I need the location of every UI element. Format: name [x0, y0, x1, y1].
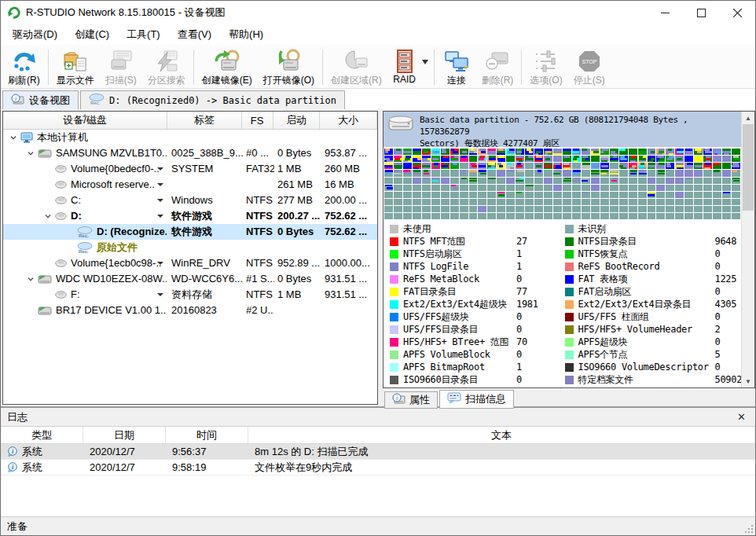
log-column-header-3[interactable]: 文本	[248, 427, 755, 443]
row-dropdown-arrow[interactable]	[157, 167, 163, 171]
log-row-1[interactable]: i系统2020/12/79:58:19文件枚举在9秒内完成	[1, 460, 755, 475]
block-cell	[619, 213, 628, 219]
create-region-button: 创建区域(R)	[325, 46, 387, 88]
tab-device-view[interactable]: i 设备视图	[2, 90, 79, 109]
tree-cell-boot: 0 Bytes	[274, 224, 321, 240]
tree-row-7[interactable]: Rec.原始文件	[3, 240, 377, 255]
scroll-track[interactable]	[742, 211, 754, 375]
block-cell	[629, 163, 637, 169]
tree-column-header-1[interactable]: 标签	[167, 112, 242, 129]
minimize-button[interactable]	[647, 1, 683, 24]
open-image-label: 打开镜像(O)	[263, 74, 314, 87]
log-close-icon[interactable]: ✕	[734, 411, 749, 423]
block-cell	[403, 192, 412, 198]
chevron-down-icon[interactable]	[24, 275, 38, 283]
scan-scrollbar[interactable]: ▲ ▼	[741, 112, 754, 387]
row-dropdown-arrow[interactable]	[157, 215, 163, 218]
log-column-header-2[interactable]: 时间	[166, 427, 248, 443]
tree-column-header-0[interactable]: 设备/磁盘	[3, 112, 167, 129]
block-cell	[394, 192, 402, 198]
legend-count: 0	[516, 349, 522, 360]
tree-row-0[interactable]: 本地计算机	[3, 130, 377, 145]
legend-color-swatch	[390, 351, 398, 359]
tab-properties[interactable]: i 属性	[384, 391, 438, 409]
menu-item-3[interactable]: 查看(V)	[169, 24, 220, 45]
block-cell	[506, 156, 515, 162]
show-files-button[interactable]: 显示文件	[51, 46, 100, 88]
scroll-down-icon[interactable]: ▼	[742, 375, 754, 387]
block-stripe	[639, 160, 646, 163]
legend-color-swatch	[565, 237, 574, 246]
open-image-button[interactable]: 打开镜像(O)	[258, 46, 320, 88]
legend-label: APFS BitmapRoot	[403, 362, 512, 373]
block-cell	[441, 149, 450, 155]
tree-row-2[interactable]: Volume{0bedecf0-..SYSTEMFAT321 MB260 MB	[3, 161, 377, 177]
tree-row-4[interactable]: C:WindowsNTFS277 MB200.00 ...	[3, 193, 377, 208]
block-cell	[638, 192, 647, 198]
tree-row-8[interactable]: Volume{1ecb0c98-..WinRE_DRVNTFS952.89 ..…	[3, 255, 377, 271]
log-column-header-1[interactable]: 日期	[83, 427, 166, 443]
legend-label: ReFS BootRecord	[578, 261, 710, 272]
connect-button[interactable]: 连接	[437, 46, 476, 88]
block-cell	[638, 149, 647, 155]
block-cell	[553, 206, 562, 212]
log-row-0[interactable]: i系统2020/12/79:56:378m 12s 的 D: 扫描已完成	[1, 444, 755, 460]
block-stripe	[422, 160, 430, 163]
legend-label: NTFS恢复点	[578, 248, 710, 261]
menu-item-2[interactable]: 工具(T)	[118, 24, 169, 45]
block-stripe	[480, 173, 486, 175]
tree-row-11[interactable]: BR17 DEVICE V1.00 1....20160823#2 U...	[3, 303, 377, 318]
block-stripe	[385, 151, 389, 153]
row-dropdown-arrow[interactable]	[157, 183, 163, 186]
chevron-down-icon[interactable]	[24, 149, 38, 157]
tree-cell-fs: NTFS	[243, 224, 274, 240]
tree-column-header-2[interactable]: FS	[242, 112, 273, 129]
block-cell	[582, 163, 590, 169]
raid-dropdown-arrow[interactable]	[422, 46, 431, 88]
block-stripe	[423, 167, 427, 170]
chevron-down-icon[interactable]	[6, 134, 20, 141]
block-cell	[516, 213, 524, 219]
log-cell-date: 2020/12/7	[83, 446, 166, 457]
block-cell	[732, 185, 740, 191]
tree-row-5[interactable]: D:软件游戏NTFS200.27 ...752.62 ...	[3, 208, 377, 224]
tree-row-6[interactable]: Rec.D: (Recognize...软件游戏NTFS0 Bytes752.6…	[3, 224, 377, 240]
block-stripe	[395, 167, 402, 170]
toolbar-separator	[434, 50, 435, 85]
rec-icon: Rec.	[77, 226, 93, 238]
svg-text:Rec.: Rec.	[79, 249, 89, 254]
device-name: 原始文件	[97, 240, 138, 255]
tab-recognized-partition[interactable]: Rec. D: (Recognized0) -> Basic data part…	[80, 90, 345, 109]
menu-item-1[interactable]: 创建(C)	[66, 24, 118, 45]
log-title: 日志	[7, 410, 28, 424]
refresh-button[interactable]: 刷新(R)	[2, 46, 46, 88]
block-cell	[713, 185, 721, 191]
block-cell	[544, 156, 552, 162]
block-cell	[666, 199, 674, 205]
tree-row-9[interactable]: WDC WD10EZEX-08W...WD-WCC6Y6...#1 S...0 …	[3, 271, 377, 287]
tree-row-10[interactable]: F:资料存储NTFS1 MB931.51 ...	[3, 287, 377, 303]
tree-row-1[interactable]: SAMSUNG MZVLB1T0...0025_388B_9...#0 ...0…	[3, 145, 377, 161]
tree-column-header-4[interactable]: 大小	[320, 112, 377, 129]
create-image-button[interactable]: 创建镜像(E)	[196, 46, 258, 88]
raid-button[interactable]: RAID	[387, 46, 422, 88]
close-button[interactable]	[719, 1, 755, 24]
row-dropdown-arrow[interactable]	[157, 293, 163, 296]
tab-scan-information[interactable]: 扫描信息	[439, 390, 514, 409]
menu-item-4[interactable]: 帮助(H)	[220, 24, 272, 45]
resize-grip[interactable]	[743, 523, 753, 533]
log-rows: i系统2020/12/79:56:378m 12s 的 D: 扫描已完成i系统2…	[1, 444, 755, 475]
menu-item-0[interactable]: 驱动器(D)	[4, 24, 66, 45]
tree-row-3[interactable]: Microsoft reserve..261 MB16 MB	[3, 177, 377, 193]
tree-column-header-3[interactable]: 启动	[273, 112, 321, 129]
maximize-button[interactable]	[683, 1, 719, 24]
legend-count: 0	[516, 274, 522, 285]
scroll-up-icon[interactable]: ▲	[742, 112, 754, 124]
tree-cell-size: 931.51 ...	[321, 271, 378, 287]
scroll-thumb[interactable]	[743, 124, 754, 211]
log-column-header-0[interactable]: 类型	[1, 427, 83, 443]
row-dropdown-arrow[interactable]	[157, 262, 163, 265]
chevron-down-icon[interactable]	[41, 212, 55, 220]
row-dropdown-arrow[interactable]	[157, 199, 163, 202]
block-cell	[506, 213, 515, 219]
